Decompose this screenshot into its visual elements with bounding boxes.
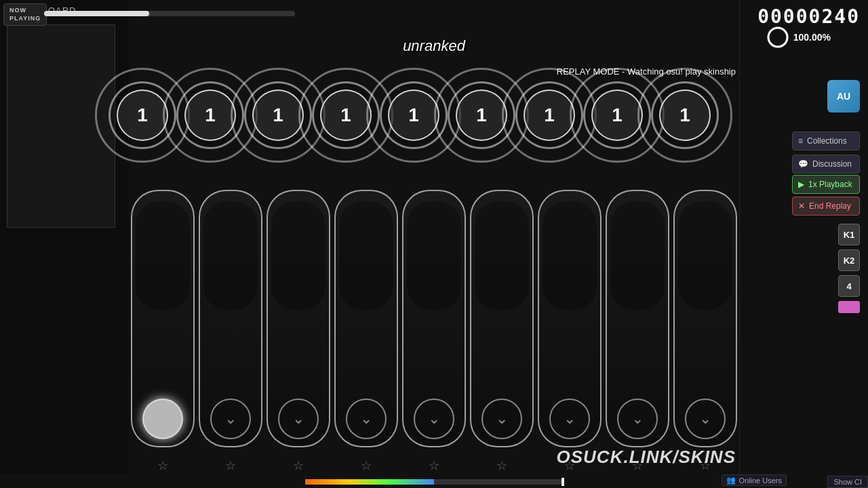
timeline-progress[interactable]: [305, 479, 563, 485]
mania-hit-zone-8: ⌄: [617, 399, 658, 439]
play-icon: ▶: [798, 180, 804, 189]
accuracy-circle-svg: [766, 26, 789, 49]
close-icon: ✕: [798, 201, 805, 211]
mania-column-8: ⌄ ☆: [606, 190, 669, 447]
mania-hit-zone-2: ⌄: [210, 399, 251, 439]
mania-note-area-4: [339, 201, 393, 310]
mania-note-area-7: [542, 201, 597, 310]
accuracy-container: 100.00%: [766, 26, 831, 49]
mania-hit-zone-1: [142, 399, 183, 439]
timeline-cursor: [561, 478, 564, 486]
mania-note-area-6: [475, 201, 529, 310]
bottom-bar: 👥 Online Users Show CI: [0, 474, 868, 488]
mania-column-4: ⌄ ☆: [334, 190, 398, 447]
mania-star-3: ☆: [293, 458, 304, 473]
mania-column-9: ⌄ ☆: [673, 190, 737, 447]
collections-icon: ≡: [798, 136, 803, 146]
show-ci-button[interactable]: Show CI: [827, 476, 868, 488]
mania-star-1: ☆: [157, 458, 168, 473]
playback-label: 1x Playback: [808, 180, 852, 189]
mania-column-6: ⌄ ☆: [470, 190, 534, 447]
key-m-indicator: [838, 301, 860, 313]
mania-star-2: ☆: [225, 458, 236, 473]
online-users-label: Online Users: [738, 476, 782, 485]
rank-status: unranked: [403, 37, 465, 55]
mania-hit-zone-6: ⌄: [481, 399, 522, 439]
key-k1-indicator: K1: [838, 224, 860, 245]
collections-button[interactable]: ≡ Collections: [792, 131, 860, 150]
mania-note-area-8: [610, 201, 665, 310]
online-users-button[interactable]: 👥 Online Users: [722, 474, 787, 486]
users-icon: 👥: [726, 476, 736, 485]
mania-columns-area: ☆ ⌄ ☆ ⌄ ☆ ⌄ ☆ ⌄ ☆ ⌄ ☆: [129, 190, 739, 461]
right-sidebar: 00000240 100.00% AU ≡ Collections 💬 Disc…: [739, 0, 868, 488]
mania-note-area-3: [271, 201, 326, 310]
mania-hit-zone-5: ⌄: [414, 399, 454, 439]
playback-button[interactable]: ▶ 1x Playback: [792, 175, 860, 194]
key-4-indicator: 4: [838, 275, 860, 297]
collections-label: Collections: [807, 136, 847, 146]
mania-column-3: ⌄ ☆: [267, 190, 330, 447]
scoreboard-panel: SCOREBOARD: [0, 0, 129, 488]
mania-note-area-5: [407, 201, 461, 310]
key-k2-indicator: K2: [838, 249, 860, 271]
skins-watermark: OSUCK.LINK/SKINS: [557, 447, 736, 468]
discussion-label: Discussion: [812, 159, 852, 169]
mania-hit-zone-3: ⌄: [278, 399, 319, 439]
hit-circle-9: 1: [651, 81, 719, 149]
discussion-button[interactable]: 💬 Discussion: [792, 155, 860, 174]
now-playing-pill: NOWPLAYING: [3, 3, 47, 26]
mania-note-area-1: [136, 201, 190, 310]
mania-star-5: ☆: [429, 458, 439, 473]
mania-hit-zone-7: ⌄: [549, 399, 590, 439]
score-display: 00000240: [740, 0, 868, 28]
avatar-badge: AU: [827, 80, 860, 113]
mania-hit-zone-4: ⌄: [346, 399, 387, 439]
progress-bar: [44, 11, 295, 16]
mania-note-area-2: [203, 201, 258, 310]
end-replay-button[interactable]: ✕ End Replay: [792, 197, 860, 216]
timeline-fill: [305, 479, 434, 485]
mania-star-4: ☆: [361, 458, 372, 473]
mania-column-1: ☆: [131, 190, 195, 447]
mania-hit-zone-9: ⌄: [685, 399, 726, 439]
mania-star-6: ☆: [496, 458, 507, 473]
now-playing-label: NOWPLAYING: [9, 7, 41, 22]
mania-column-5: ⌄ ☆: [402, 190, 466, 447]
end-replay-label: End Replay: [809, 201, 851, 211]
mania-column-2: ⌄ ☆: [199, 190, 262, 447]
accuracy-text: 100.00%: [793, 32, 831, 43]
svg-point-1: [768, 28, 787, 47]
discussion-icon: 💬: [798, 159, 808, 169]
mania-note-area-9: [678, 201, 732, 310]
mania-column-7: ⌄ ☆: [538, 190, 601, 447]
progress-bar-fill: [44, 11, 149, 16]
